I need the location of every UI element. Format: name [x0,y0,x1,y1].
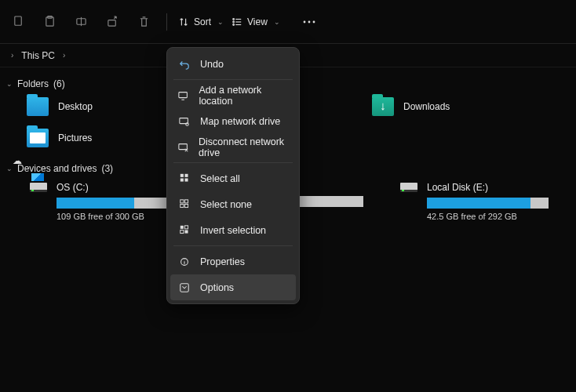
menu-map-network-drive[interactable]: Map network drive [170,108,296,134]
drive-os-c[interactable]: OS (C:) 109 GB free of 300 GB [30,182,187,221]
context-menu: Undo Add a network location Map network … [166,47,300,304]
drive-subtext: 42.5 GB free of 292 GB [427,212,557,221]
menu-properties[interactable]: Properties [170,249,296,274]
view-button[interactable]: View ⌄ [228,9,283,34]
svg-point-13 [308,20,310,23]
undo-icon [178,59,191,70]
drive-label: OS (C:) [57,182,89,193]
sort-button[interactable]: Sort ⌄ [175,9,227,34]
menu-label: Disconnect network drive [199,136,288,158]
capacity-bar [57,198,178,209]
svg-rect-29 [184,205,188,208]
toolbar-separator [166,13,167,31]
svg-point-18 [186,122,189,125]
svg-rect-35 [180,283,189,292]
menu-options[interactable]: Options [170,274,296,300]
folder-label: Desktop [58,101,93,112]
rename-icon[interactable] [66,7,96,37]
chevron-down-icon: ⌄ [6,80,13,88]
menu-disconnect-network-drive[interactable]: Disconnect network drive [170,134,296,160]
menu-label: Invert selection [200,225,266,236]
menu-separator [173,162,293,163]
select-none-icon [178,199,191,209]
folder-downloads[interactable]: Downloads [372,97,529,116]
drive-local-e[interactable]: Local Disk (E:) 42.5 GB free of 292 GB [400,182,557,221]
options-icon [178,282,191,293]
menu-label: Add a network location [199,85,288,107]
folder-desktop[interactable]: Desktop [27,97,184,116]
svg-rect-25 [184,179,188,182]
share-icon[interactable] [97,7,127,37]
svg-rect-32 [180,230,183,234]
network-drive-icon [178,116,191,127]
menu-label: Undo [200,59,224,70]
chevron-right-icon: › [63,51,65,60]
cloud-sync-icon: ☁ [13,155,22,166]
drive-icon [400,183,417,192]
pictures-folder-icon [27,129,49,147]
view-icon [231,16,242,27]
svg-point-10 [233,24,235,25]
chevron-down-icon: ⌄ [274,18,280,26]
disconnect-drive-icon [178,142,189,153]
copy-icon[interactable] [3,7,33,37]
folder-label: Downloads [403,101,450,112]
select-all-icon [178,173,191,183]
menu-select-none[interactable]: Select none [170,191,296,217]
menu-undo[interactable]: Undo [170,51,296,77]
folder-icon [27,97,49,116]
folders-title: Folders [17,78,49,89]
folder-pictures[interactable]: Pictures [27,129,184,147]
drives-title: Devices and drives [17,163,97,174]
svg-rect-22 [180,174,183,177]
menu-add-network-location[interactable]: Add a network location [170,82,296,108]
svg-rect-28 [180,205,183,208]
download-folder-icon [372,97,394,116]
svg-point-14 [312,20,315,23]
svg-rect-15 [179,92,188,97]
toolbar: Sort ⌄ View ⌄ [0,0,576,44]
menu-label: Options [200,282,234,293]
menu-separator [173,79,293,80]
invert-selection-icon [178,225,191,235]
paste-icon[interactable] [35,7,64,37]
svg-rect-26 [180,200,183,203]
svg-point-6 [233,18,235,20]
drive-label: Local Disk (E:) [427,182,488,193]
svg-rect-31 [184,226,188,229]
menu-label: Select none [200,199,252,210]
svg-rect-19 [179,143,188,149]
menu-separator [173,245,293,246]
svg-point-8 [233,21,235,23]
folder-label: Pictures [58,132,92,143]
os-drive-icon [30,183,47,192]
svg-rect-27 [184,200,188,203]
menu-invert-selection[interactable]: Invert selection [170,217,296,243]
chevron-down-icon: ⌄ [217,18,224,26]
capacity-bar [427,198,549,209]
chevron-right-icon: › [11,51,13,60]
menu-label: Map network drive [200,116,280,127]
sort-icon [178,16,189,27]
ellipsis-icon [303,20,315,24]
folders-count: (6) [53,78,65,89]
svg-rect-0 [14,16,20,25]
svg-rect-23 [184,174,188,177]
menu-label: Select all [200,173,240,184]
sort-label: Sort [194,16,211,27]
more-button[interactable] [294,7,324,37]
svg-rect-30 [180,226,183,229]
svg-rect-24 [180,179,183,182]
view-label: View [247,16,268,27]
svg-rect-33 [184,230,188,234]
drives-count: (3) [101,163,113,174]
menu-label: Properties [200,256,245,267]
chevron-down-icon: ⌄ [6,165,13,172]
delete-icon[interactable] [129,7,159,37]
menu-select-all[interactable]: Select all [170,165,296,191]
svg-point-12 [303,20,305,23]
svg-rect-5 [108,20,115,27]
monitor-plus-icon [178,90,189,101]
breadcrumb-root[interactable]: This PC [21,50,55,61]
properties-icon [178,256,191,267]
